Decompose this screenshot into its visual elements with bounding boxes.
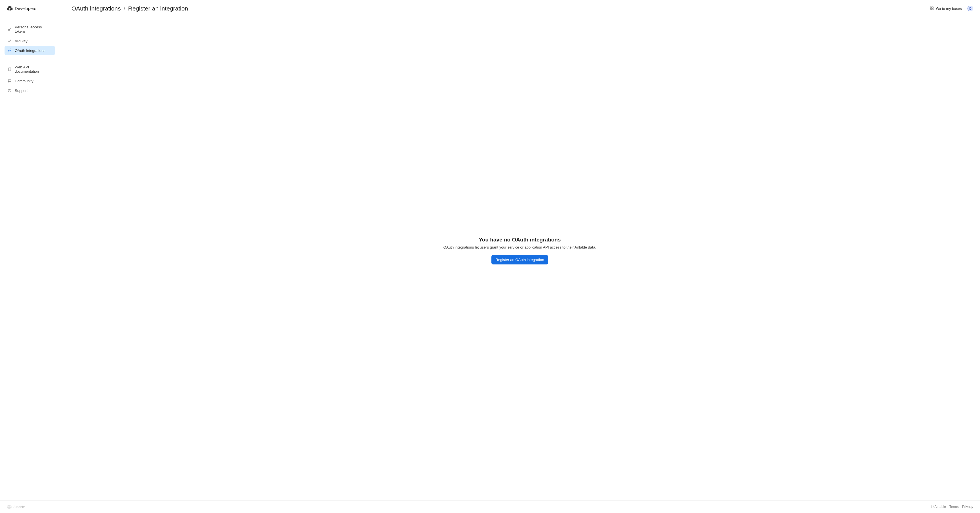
logo-text: Developers (15, 6, 36, 11)
book-icon (7, 67, 12, 72)
footer-terms-link[interactable]: Terms (950, 505, 959, 509)
footer-logo[interactable]: Airtable (7, 505, 25, 509)
key-icon (7, 38, 12, 43)
divider (5, 59, 55, 59)
header-right: Go to my bases D (930, 6, 973, 11)
svg-rect-6 (931, 8, 932, 10)
svg-point-0 (8, 29, 10, 31)
svg-rect-7 (932, 8, 933, 10)
nav-secondary: Web API documentation Community (0, 62, 60, 97)
footer: Airtable © Airtable Terms Privacy (0, 500, 980, 513)
footer-copyright: © Airtable (931, 505, 946, 509)
sidebar-item-oauth-integrations[interactable]: OAuth integrations (5, 46, 55, 55)
svg-rect-2 (8, 68, 11, 71)
go-to-bases-link[interactable]: Go to my bases (930, 6, 962, 11)
grid-icon (930, 6, 934, 11)
main: OAuth integrations / Register an integra… (60, 0, 980, 500)
footer-logo-text: Airtable (13, 505, 25, 509)
avatar[interactable]: D (967, 6, 973, 11)
svg-rect-5 (932, 6, 933, 8)
nav-primary: Personal access tokens API key (0, 22, 60, 57)
nav-label: API key (15, 39, 27, 43)
link-icon (7, 48, 12, 53)
empty-state-description: OAuth integrations let users grant your … (443, 245, 596, 249)
svg-rect-4 (931, 6, 932, 8)
nav-label: Community (15, 79, 33, 83)
go-to-bases-label: Go to my bases (936, 6, 962, 11)
nav-label: Support (15, 89, 28, 93)
sidebar-item-api-key[interactable]: API key (5, 36, 55, 45)
breadcrumb-separator: / (124, 5, 125, 12)
nav-label: Web API documentation (15, 65, 52, 73)
sidebar-item-community[interactable]: Community (5, 76, 55, 85)
footer-privacy-link[interactable]: Privacy (962, 505, 973, 509)
nav-label: OAuth integrations (15, 48, 45, 53)
register-oauth-button[interactable]: Register an OAuth integration (492, 255, 548, 264)
nav-label: Personal access tokens (15, 25, 52, 33)
help-icon (7, 88, 12, 93)
content: You have no OAuth integrations OAuth int… (60, 17, 980, 500)
empty-state: You have no OAuth integrations OAuth int… (443, 237, 596, 264)
empty-state-title: You have no OAuth integrations (443, 237, 596, 243)
sidebar-item-personal-access-tokens[interactable]: Personal access tokens (5, 23, 55, 36)
footer-links: © Airtable Terms Privacy (931, 505, 973, 509)
key-icon (7, 27, 12, 32)
airtable-logo-icon (7, 6, 13, 11)
breadcrumb: OAuth integrations / Register an integra… (72, 5, 188, 12)
breadcrumb-current: Register an integration (128, 5, 188, 12)
svg-point-1 (8, 41, 10, 42)
sidebar-logo[interactable]: Developers (0, 0, 60, 17)
sidebar-item-support[interactable]: Support (5, 86, 55, 95)
comment-icon (7, 79, 12, 83)
divider (5, 19, 55, 19)
sidebar: Developers Personal access tokens (0, 0, 60, 500)
sidebar-item-web-api-docs[interactable]: Web API documentation (5, 63, 55, 76)
header: OAuth integrations / Register an integra… (65, 0, 980, 17)
breadcrumb-parent[interactable]: OAuth integrations (72, 5, 121, 12)
